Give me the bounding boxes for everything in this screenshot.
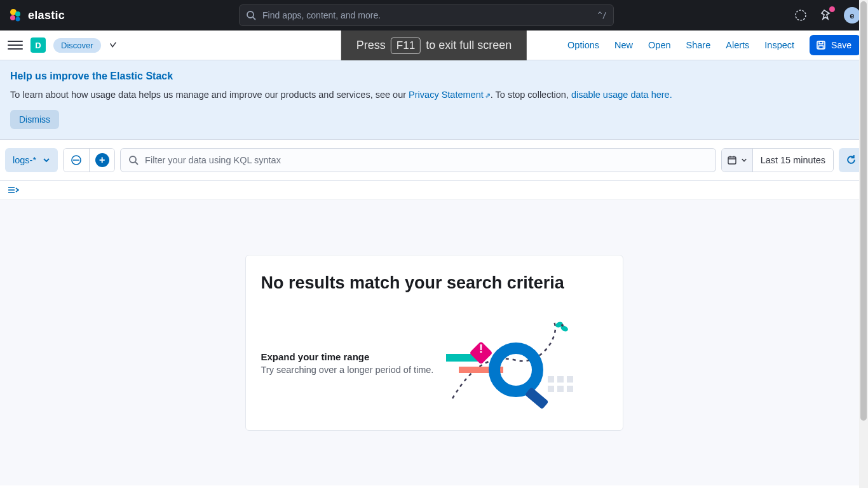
- chevron-down-icon: [43, 156, 50, 164]
- external-link-icon: ⇗: [485, 92, 491, 99]
- sidebar-strip: [0, 181, 868, 200]
- svg-rect-14: [728, 157, 736, 164]
- dismiss-button[interactable]: Dismiss: [10, 110, 59, 129]
- banner-body: To learn about how usage data helps us m…: [10, 88, 858, 102]
- svg-point-1: [15, 11, 20, 17]
- alerts-link[interactable]: Alerts: [726, 40, 749, 50]
- banner-title: Help us improve the Elastic Stack: [10, 71, 858, 82]
- open-link[interactable]: Open: [648, 40, 670, 50]
- calendar-icon: [727, 155, 737, 165]
- notification-dot: [829, 6, 835, 12]
- search-icon: [128, 155, 139, 165]
- svg-point-12: [130, 156, 136, 163]
- global-header: elastic ^/ e: [0, 0, 868, 30]
- dataview-selector[interactable]: logs-*: [5, 148, 58, 172]
- filter-buttons-group: +: [63, 148, 115, 172]
- svg-rect-9: [819, 46, 824, 49]
- privacy-statement-link[interactable]: Privacy Statement⇗: [409, 90, 491, 100]
- svg-line-13: [135, 162, 138, 165]
- empty-state-subheading: Expand your time range: [261, 351, 434, 362]
- scrollbar-thumb[interactable]: [860, 1, 867, 421]
- plus-icon: +: [95, 153, 109, 167]
- share-link[interactable]: Share: [686, 40, 711, 50]
- disable-usage-link[interactable]: disable usage data here.: [571, 90, 672, 100]
- svg-point-3: [16, 17, 20, 22]
- kql-input[interactable]: [145, 155, 708, 165]
- svg-point-2: [10, 15, 15, 20]
- save-icon: [816, 40, 826, 50]
- telemetry-banner: Help us improve the Elastic Stack To lea…: [0, 60, 868, 140]
- new-link[interactable]: New: [614, 40, 633, 50]
- svg-point-4: [247, 11, 254, 18]
- elastic-logo[interactable]: elastic: [8, 8, 65, 23]
- svg-text:!: !: [479, 342, 483, 355]
- brand-name: elastic: [28, 9, 65, 22]
- svg-rect-25: [567, 376, 573, 383]
- newsfeed-icon[interactable]: [818, 8, 834, 23]
- options-link[interactable]: Options: [567, 40, 599, 50]
- search-icon: [246, 10, 256, 20]
- empty-state-heading: No results match your search criteria: [261, 273, 607, 293]
- sub-header-actions: Options New Open Share Alerts Inspect Sa…: [567, 35, 860, 55]
- saved-query-button[interactable]: [64, 149, 89, 172]
- svg-point-6: [796, 10, 806, 20]
- datepicker-quick-button[interactable]: [722, 149, 753, 172]
- svg-rect-28: [567, 386, 573, 392]
- global-search-input[interactable]: [262, 10, 592, 20]
- empty-state-text: Expand your time range Try searching ove…: [261, 351, 434, 375]
- fullscreen-toast: Press F11 to exit full screen: [341, 30, 527, 60]
- svg-rect-8: [819, 41, 823, 44]
- scrollbar[interactable]: [859, 0, 868, 488]
- search-shortcut-hint: ^/: [598, 11, 607, 20]
- svg-rect-26: [548, 386, 554, 392]
- expand-sidebar-icon[interactable]: [8, 186, 19, 194]
- main-area: No results match your search criteria Ex…: [0, 200, 868, 485]
- svg-line-5: [253, 17, 255, 20]
- inspect-link[interactable]: Inspect: [764, 40, 794, 50]
- avatar[interactable]: e: [844, 7, 860, 24]
- kql-input-wrap[interactable]: [120, 148, 716, 172]
- nav-toggle-button[interactable]: [8, 37, 23, 53]
- empty-state-illustration: !: [446, 316, 592, 411]
- chevron-down-icon[interactable]: [109, 41, 118, 50]
- empty-state-card: No results match your search criteria Ex…: [245, 255, 623, 431]
- datepicker: Last 15 minutes: [721, 148, 834, 172]
- app-name-pill[interactable]: Discover: [53, 38, 101, 53]
- save-button[interactable]: Save: [810, 35, 860, 55]
- add-filter-button[interactable]: +: [89, 149, 114, 172]
- fullscreen-key: F11: [391, 37, 421, 54]
- elastic-logo-icon: [8, 8, 23, 23]
- global-search[interactable]: ^/: [239, 4, 614, 26]
- help-icon[interactable]: [793, 8, 808, 23]
- svg-rect-27: [557, 386, 564, 392]
- datepicker-range-label[interactable]: Last 15 minutes: [753, 149, 833, 172]
- svg-point-35: [561, 324, 564, 327]
- chevron-down-icon: [741, 157, 747, 163]
- empty-state-body: Try searching over a longer period of ti…: [261, 365, 434, 375]
- header-actions: e: [793, 7, 860, 24]
- svg-rect-23: [548, 376, 554, 383]
- query-bar: logs-* +: [0, 140, 868, 181]
- svg-rect-24: [557, 376, 564, 383]
- app-badge: D: [31, 37, 46, 53]
